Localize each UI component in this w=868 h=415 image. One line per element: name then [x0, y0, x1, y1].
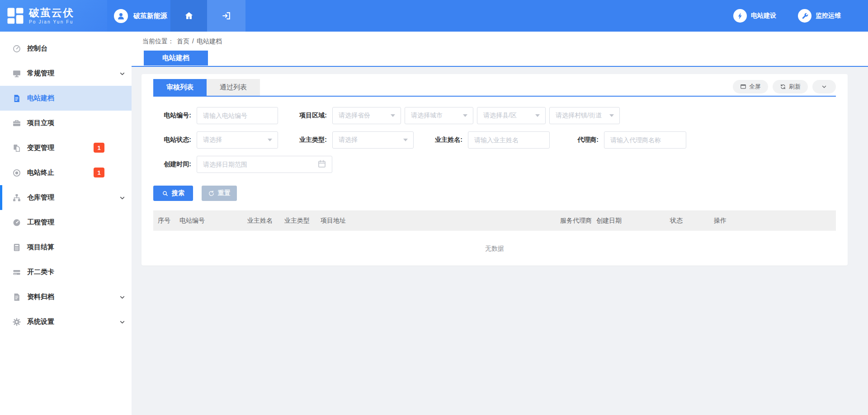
sidebar-item-station-filing[interactable]: 电站建档: [0, 86, 132, 111]
filter-create-time: 创建时间:: [153, 156, 332, 173]
sidebar-item-engineering-management[interactable]: 工程管理: [0, 210, 132, 235]
panel-tools: 全屏 刷新: [733, 80, 836, 93]
province-select[interactable]: 请选择省份: [332, 107, 401, 124]
breadcrumb-item-current: 电站建档: [197, 37, 222, 46]
filter-agent: 代理商:: [561, 131, 686, 149]
document-icon: [12, 94, 21, 103]
date-range-picker[interactable]: [197, 156, 332, 173]
col-station-no: 电站编号: [175, 210, 243, 231]
refresh-icon: [780, 84, 786, 90]
collapse-button[interactable]: [812, 80, 836, 93]
chevron-down-icon: [119, 319, 125, 325]
active-indicator-bar: [0, 185, 2, 210]
empty-row: 无数据: [153, 231, 836, 267]
table-header-row: 序号 电站编号 业主姓名 业主类型 项目地址 服务代理商 创建日期 状态 操作: [153, 210, 836, 231]
station-no-input[interactable]: [197, 107, 278, 124]
brand-name: 破茧云伏: [29, 7, 74, 19]
col-owner-type: 业主类型: [280, 210, 316, 231]
station-status-select[interactable]: 请选择: [197, 131, 278, 149]
filter-row-2: 电站状态: 请选择 业主类型: 请选择: [153, 131, 836, 149]
brand-logo: 破茧云伏 Po Jian Yun Fu: [0, 0, 107, 32]
mode-switcher: 电站建设 监控运维: [733, 0, 868, 32]
search-button[interactable]: 搜索: [153, 186, 193, 201]
breadcrumb-item-home[interactable]: 首页: [177, 37, 189, 46]
sidebar-item-change-management[interactable]: 变更管理 1: [0, 135, 132, 160]
search-icon: [162, 190, 169, 197]
top-bar: 破茧云伏 Po Jian Yun Fu 破茧新能源: [0, 0, 868, 32]
results-table: 序号 电站编号 业主姓名 业主类型 项目地址 服务代理商 创建日期 状态 操作: [153, 210, 836, 267]
sidebar-item-project-settlement[interactable]: 项目结算: [0, 235, 132, 260]
caret-down-icon: [403, 139, 408, 141]
refresh-button[interactable]: 刷新: [773, 80, 808, 93]
region-select-group: 请选择省份 请选择城市 请选择县/区: [332, 107, 620, 124]
city-select[interactable]: 请选择城市: [405, 107, 473, 124]
filter-region: 项目区域: 请选择省份 请选择城市: [289, 107, 620, 124]
col-index: 序号: [153, 210, 175, 231]
reset-button[interactable]: 重置: [202, 186, 237, 201]
agent-input[interactable]: [604, 131, 686, 149]
owner-type-select[interactable]: 请选择: [332, 131, 414, 149]
sidebar-item-project-initiation[interactable]: 项目立项: [0, 111, 132, 135]
col-owner-name: 业主姓名: [243, 210, 280, 231]
calculator-icon: [12, 243, 21, 252]
filter-row-1: 电站编号: 项目区域: 请选择省份: [153, 107, 836, 124]
filter-station-status: 电站状态: 请选择: [153, 131, 278, 149]
home-button[interactable]: [170, 0, 207, 32]
panel-header: 审核列表 通过列表 全屏 刷新: [153, 74, 836, 97]
status-badge: 1: [94, 168, 104, 177]
dashboard-icon: [12, 44, 21, 53]
breadcrumb-prefix: 当前位置：: [142, 37, 174, 46]
sidebar-item-general-management[interactable]: 常规管理: [0, 61, 132, 86]
sidebar-item-system-settings[interactable]: 系统设置: [0, 309, 132, 334]
panel-tabs: 审核列表 通过列表: [153, 79, 260, 96]
lightning-icon: [733, 9, 747, 23]
status-badge: 1: [94, 143, 104, 153]
target-icon: [12, 168, 21, 177]
logout-icon: [222, 11, 231, 21]
user-name: 破茧新能源: [133, 12, 167, 20]
date-range-input[interactable]: [197, 156, 332, 173]
user-account[interactable]: 破茧新能源: [107, 0, 170, 32]
tab-passed-list[interactable]: 通过列表: [207, 79, 260, 96]
town-select[interactable]: 请选择村镇/街道: [549, 107, 620, 124]
owner-name-input[interactable]: [468, 131, 550, 149]
col-project-address: 项目地址: [316, 210, 556, 231]
breadcrumb-band: 当前位置： 首页 / 电站建档 电站建档: [132, 32, 868, 67]
app-window: 破茧云伏 Po Jian Yun Fu 破茧新能源: [0, 0, 868, 415]
brand-subtitle: Po Jian Yun Fu: [29, 19, 74, 24]
caret-down-icon: [463, 114, 467, 117]
gauge-icon: [12, 218, 21, 227]
card-icon: [12, 268, 21, 277]
breadcrumb: 当前位置： 首页 / 电站建档: [142, 37, 868, 46]
mode-station-construction[interactable]: 电站建设: [733, 9, 776, 23]
user-icon: [116, 11, 126, 21]
panel-card: 审核列表 通过列表 全屏 刷新: [142, 74, 848, 266]
user-avatar: [114, 9, 128, 23]
sidebar-item-open-type2-card[interactable]: 开二类卡: [0, 260, 132, 284]
caret-down-icon: [391, 114, 395, 117]
col-service-agent: 服务代理商: [556, 210, 592, 231]
page-tab-station-filing[interactable]: 电站建档: [144, 51, 208, 65]
sidebar-item-console[interactable]: 控制台: [0, 36, 132, 61]
sidebar-item-station-termination[interactable]: 电站终止 1: [0, 160, 132, 185]
filter-owner-name: 业主姓名:: [425, 131, 550, 149]
reset-icon: [208, 190, 215, 197]
logout-button[interactable]: [207, 0, 245, 32]
empty-state-text: 无数据: [153, 231, 836, 267]
filter-station-no: 电站编号:: [153, 107, 278, 124]
tab-review-list[interactable]: 审核列表: [153, 79, 207, 96]
sidebar-item-warehouse-management[interactable]: 仓库管理: [0, 185, 132, 210]
main-content: 当前位置： 首页 / 电站建档 电站建档 审核列表 通过列表: [132, 32, 868, 415]
monitor-icon: [12, 69, 21, 78]
filter-form: 电站编号: 项目区域: 请选择省份: [153, 97, 836, 201]
fullscreen-button[interactable]: 全屏: [733, 80, 768, 93]
caret-down-icon: [268, 139, 272, 141]
county-select[interactable]: 请选择县/区: [477, 107, 546, 124]
sidebar-item-data-archive[interactable]: 资料归档: [0, 284, 132, 309]
breadcrumb-separator: /: [192, 37, 194, 46]
col-create-date: 创建日期: [592, 210, 665, 231]
filter-actions: 搜索 重置: [153, 186, 836, 201]
chevron-down-icon: [119, 294, 125, 300]
mode-monitoring-ops[interactable]: 监控运维: [798, 9, 841, 23]
sidebar: 控制台 常规管理 电站建档 项: [0, 32, 132, 415]
